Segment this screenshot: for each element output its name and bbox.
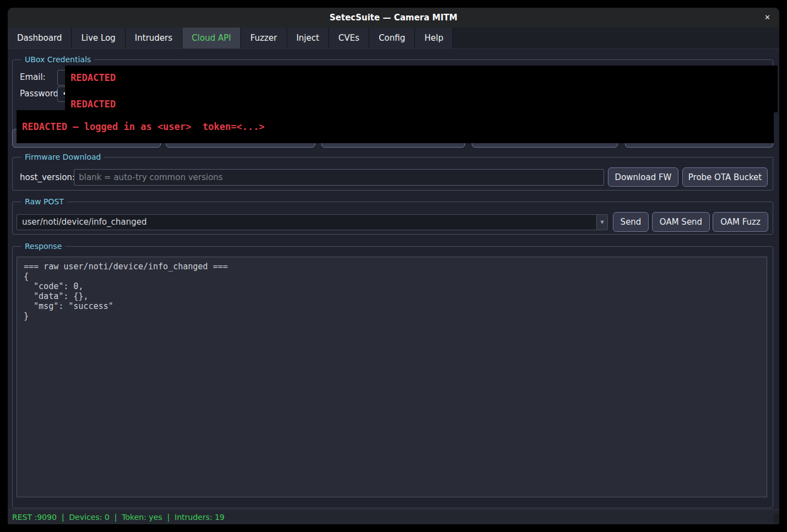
tab-live-log[interactable]: Live Log <box>72 28 125 48</box>
redaction-text-2: REDACTED <box>71 99 116 110</box>
close-icon[interactable]: ✕ <box>764 8 770 28</box>
combobox-dropdown-button[interactable]: ▼ <box>596 215 607 230</box>
redaction-overlay-top: REDACTED REDACTED <box>65 66 778 112</box>
tab-cves[interactable]: CVEs <box>329 28 369 48</box>
oam-send-button[interactable]: OAM Send <box>652 212 710 232</box>
ubox-credentials-title: UBox Credentials <box>21 55 94 64</box>
endpoint-combobox[interactable]: user/noti/device/info_changed ▼ <box>17 214 608 230</box>
titlebar: SetecSuite — Camera MITM ✕ <box>8 8 779 28</box>
send-button[interactable]: Send <box>613 212 649 232</box>
redaction-text-1: REDACTED <box>71 72 116 83</box>
download-fw-button[interactable]: Download FW <box>608 167 678 187</box>
response-text: === raw user/noti/device/info_changed ==… <box>17 257 767 325</box>
app-window: SetecSuite — Camera MITM ✕ Dashboard Liv… <box>8 8 779 524</box>
email-label: Email: <box>20 69 46 85</box>
screen: SetecSuite — Camera MITM ✕ Dashboard Liv… <box>0 0 787 532</box>
host-version-input[interactable] <box>74 169 604 186</box>
oam-fuzz-button[interactable]: OAM Fuzz <box>713 212 768 232</box>
resize-grip[interactable] <box>774 513 779 524</box>
tab-dashboard[interactable]: Dashboard <box>8 28 72 48</box>
response-title: Response <box>21 242 65 251</box>
tab-config[interactable]: Config <box>369 28 415 48</box>
statusbar: REST :9090 | Devices: 0 | Token: yes | I… <box>8 509 779 524</box>
tabbar: Dashboard Live Log Intruders Cloud API F… <box>8 28 779 48</box>
tab-fuzzer[interactable]: Fuzzer <box>241 28 287 48</box>
tab-intruders[interactable]: Intruders <box>126 28 182 48</box>
raw-post-title: Raw POST <box>21 197 67 207</box>
redaction-overlay-bottom: REDACTED — logged in as <user> token=<..… <box>17 110 774 143</box>
response-output[interactable]: === raw user/noti/device/info_changed ==… <box>17 257 767 497</box>
window-title: SetecSuite — Camera MITM <box>8 8 779 28</box>
endpoint-value: user/noti/device/info_changed <box>22 215 147 230</box>
firmware-download-title: Firmware Download <box>21 153 104 162</box>
chevron-down-icon: ▼ <box>600 220 603 225</box>
tab-inject[interactable]: Inject <box>287 28 329 48</box>
status-text: REST :9090 | Devices: 0 | Token: yes | I… <box>12 510 224 524</box>
host-version-label: host_version: <box>20 169 75 186</box>
tab-cloud-api[interactable]: Cloud API <box>182 28 241 48</box>
cloud-api-panel: UBox Credentials Email: Password: REDACT… <box>8 48 779 509</box>
redaction-text-3: REDACTED — logged in as <user> token=<..… <box>22 121 265 132</box>
probe-ota-bucket-button[interactable]: Probe OTA Bucket <box>682 167 768 187</box>
password-label: Password: <box>20 85 61 102</box>
tab-help[interactable]: Help <box>415 28 453 48</box>
